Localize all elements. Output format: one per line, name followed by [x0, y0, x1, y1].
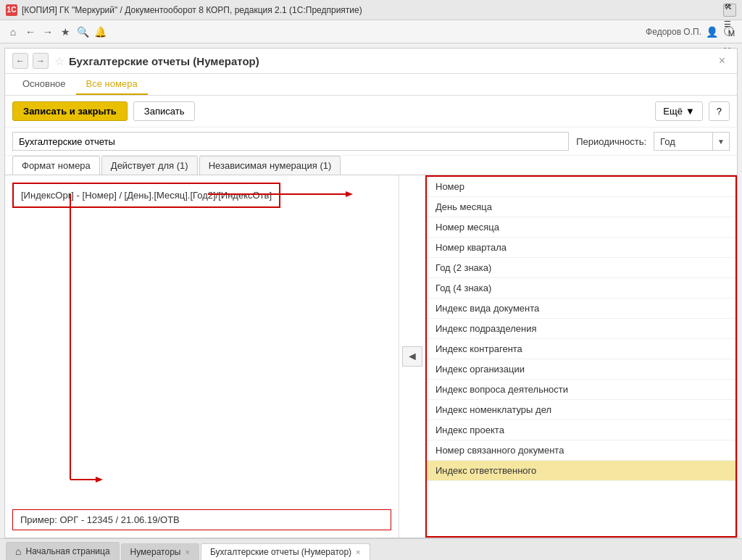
content-area: [ИндексОрг] - [Номер] / [День].[Месяц].[…: [5, 175, 737, 538]
name-input[interactable]: [12, 132, 569, 151]
list-item[interactable]: Номер месяца: [427, 217, 735, 238]
window-title: Бухгалтерские отчеты (Нумератор): [69, 55, 259, 67]
format-tab-format[interactable]: Формат номера: [12, 156, 100, 175]
user-icon[interactable]: 👤: [704, 25, 719, 39]
list-item[interactable]: День месяца: [427, 197, 735, 217]
list-item[interactable]: Индекс проекта: [427, 420, 735, 440]
main-window: ← → ☆ Бухгалтерские отчеты (Нумератор) ×…: [4, 48, 738, 538]
window-icons: 📷 💾 📥 🛠 ☰ M M+ M-: [723, 4, 736, 17]
format-box: [ИндексОрг] - [Номер] / [День].[Месяц].[…: [12, 183, 280, 208]
top-toolbar: ⌂ ← → ★ 🔍 🔔 Федоров О.П. 👤 ⓘ: [0, 20, 742, 43]
svg-marker-1: [346, 191, 353, 197]
bell-toolbar-icon[interactable]: 🔔: [93, 25, 107, 39]
right-panel-list: НомерДень месяцаНомер месяцаНомер кварта…: [425, 175, 737, 538]
main-tabs-row: Основное Все номера: [5, 74, 737, 96]
list-item[interactable]: Индекс подразделения: [427, 319, 735, 339]
tab-close-numerators[interactable]: ×: [185, 548, 189, 556]
field-row: Периодичность: Год ▼: [5, 128, 737, 156]
tab-osnovnoe[interactable]: Основное: [12, 74, 76, 95]
save-button[interactable]: Записать: [133, 101, 196, 121]
bottom-tab-home[interactable]: ⌂ Начальная страница: [6, 542, 120, 560]
favorite-star-btn[interactable]: ☆: [54, 54, 64, 68]
format-tab-acts[interactable]: Действует для (1): [101, 156, 198, 175]
nav-forward-btn[interactable]: →: [33, 53, 49, 69]
periodicity-select[interactable]: Год ▼: [654, 132, 730, 151]
list-item[interactable]: Индекс ответственного: [427, 461, 735, 481]
list-item[interactable]: Год (2 знака): [427, 258, 735, 278]
back-toolbar-btn[interactable]: ←: [23, 25, 38, 39]
user-name: Федоров О.П.: [646, 27, 701, 37]
list-item[interactable]: Индекс вопроса деятельности: [427, 380, 735, 400]
left-panel: [ИндексОрг] - [Номер] / [День].[Месяц].[…: [5, 175, 399, 538]
action-bar: Записать и закрыть Записать Ещё ▼ ?: [5, 96, 737, 128]
window-close-btn[interactable]: ×: [714, 53, 730, 69]
bottom-tab-numerators[interactable]: Нумераторы ×: [121, 543, 199, 560]
search-toolbar-icon[interactable]: 🔍: [75, 25, 90, 39]
list-item[interactable]: Номер: [427, 177, 735, 197]
list-item[interactable]: Индекс контрагента: [427, 339, 735, 359]
list-item[interactable]: Год (4 знака): [427, 278, 735, 298]
bottom-tabs: ⌂ Начальная страница Нумераторы × Бухгал…: [0, 538, 742, 560]
list-item[interactable]: Номер связанного документа: [427, 440, 735, 461]
periodicity-value: Год: [654, 133, 712, 150]
bottom-tab-buchgalterskie[interactable]: Бухгалтерские отчеты (Нумератор) ×: [201, 543, 370, 560]
more-button[interactable]: Ещё ▼: [655, 101, 702, 121]
favorites-toolbar-icon[interactable]: ★: [58, 25, 72, 39]
forward-toolbar-btn[interactable]: →: [41, 25, 55, 39]
tab-all-numbers[interactable]: Все номера: [76, 74, 148, 95]
save-close-button[interactable]: Записать и закрыть: [12, 101, 128, 121]
info-icon[interactable]: ⓘ: [722, 25, 736, 39]
title-bar-controls: 📷 💾 📥 🛠 ☰ M M+ M-: [723, 4, 736, 17]
help-button[interactable]: ?: [709, 101, 730, 121]
format-tab-independent[interactable]: Независимая нумерация (1): [199, 156, 341, 175]
title-bar-text: [КОПИЯ] ГК "Меркурий" / Документооборот …: [22, 5, 719, 15]
title-bar: 1C [КОПИЯ] ГК "Меркурий" / Документообор…: [0, 0, 742, 20]
home-icon: ⌂: [15, 546, 21, 557]
list-item[interactable]: Индекс организации: [427, 359, 735, 380]
svg-marker-4: [96, 477, 103, 482]
nav-back-btn[interactable]: ←: [12, 53, 28, 69]
periodicity-label: Периодичность:: [576, 136, 646, 147]
tab-close-buchgalterskie[interactable]: ×: [356, 548, 360, 556]
middle-area: ◄: [399, 175, 425, 538]
list-item[interactable]: Индекс вида документа: [427, 298, 735, 319]
format-tabs: Формат номера Действует для (1) Независи…: [5, 156, 737, 175]
preview-box: Пример: ОРГ - 12345 / 21.06.19/ОТВ: [12, 509, 391, 530]
home-toolbar-icon[interactable]: ⌂: [6, 25, 20, 39]
insert-button[interactable]: ◄: [402, 346, 422, 367]
periodicity-arrow-icon[interactable]: ▼: [712, 133, 729, 150]
more-arrow-icon: ▼: [685, 106, 695, 117]
arrow-svg: [5, 175, 399, 538]
app-icon: 1C: [6, 4, 17, 16]
window-header: ← → ☆ Бухгалтерские отчеты (Нумератор) ×: [5, 49, 737, 74]
list-item[interactable]: Номер квартала: [427, 238, 735, 258]
window-nav: ← → ☆ Бухгалтерские отчеты (Нумератор): [12, 53, 259, 69]
list-item[interactable]: Индекс номенклатуры дел: [427, 400, 735, 420]
